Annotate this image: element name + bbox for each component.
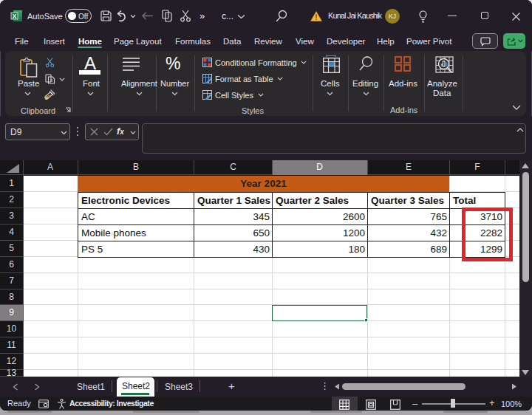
svg-text:X: X xyxy=(13,13,17,20)
